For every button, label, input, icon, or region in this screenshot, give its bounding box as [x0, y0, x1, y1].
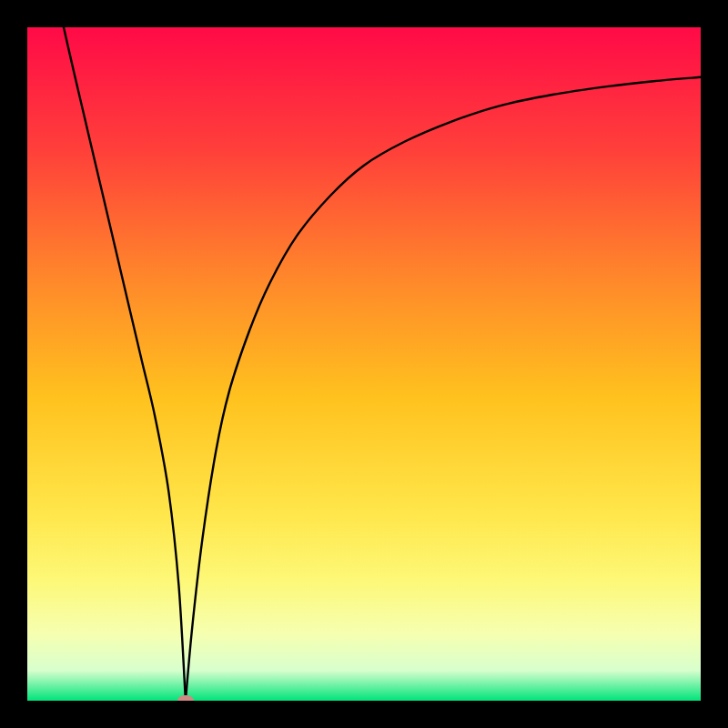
axis-border-right [701, 0, 728, 728]
axis-border-bottom [0, 701, 728, 728]
axis-border-left [0, 0, 27, 728]
line-chart [27, 27, 701, 701]
axis-border-top [0, 0, 728, 27]
series-left-branch [64, 27, 186, 701]
plot-area [27, 27, 701, 701]
series-right-branch [186, 77, 701, 701]
